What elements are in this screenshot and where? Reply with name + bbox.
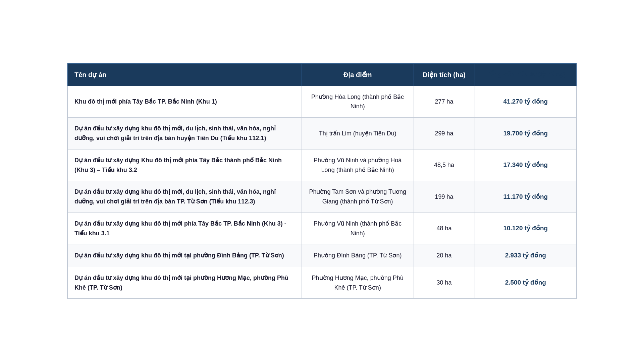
table-row: Dự án đầu tư xây dựng khu đô thị mới tại… — [68, 244, 577, 267]
cell-area: 299 ha — [414, 118, 475, 149]
cell-area: 48 ha — [414, 213, 475, 244]
table-body: Khu đô thị mới phía Tây Bắc TP. Bắc Ninh… — [68, 86, 577, 299]
cell-location: Phường Vũ Ninh (thành phố Bắc Ninh) — [302, 213, 414, 244]
table-row: Dự án đầu tư xây dựng khu đô thị mới phí… — [68, 213, 577, 244]
cell-investment: 41.270 tỷ đồng — [475, 86, 576, 118]
header-location: Địa điểm — [302, 63, 414, 86]
main-table-container: Tên dự án Địa điểm Diện tích (ha) Tổng v… — [67, 63, 577, 299]
table-row: Dự án đầu tư xây dựng Khu đô thị mới phí… — [68, 149, 577, 181]
cell-investment: 2.500 tỷ đồng — [475, 267, 576, 299]
table-row: Khu đô thị mới phía Tây Bắc TP. Bắc Ninh… — [68, 86, 577, 118]
cell-investment: 2.933 tỷ đồng — [475, 244, 576, 267]
cell-area: 277 ha — [414, 86, 475, 118]
cell-location: Phường Tam Sơn và phường Tương Giang (th… — [302, 181, 414, 213]
table-row: Dự án đầu tư xây dựng khu đô thị mới, du… — [68, 118, 577, 149]
cell-location: Phường Đình Bảng (TP. Từ Sơn) — [302, 244, 414, 267]
cell-investment: 11.170 tỷ đồng — [475, 181, 576, 213]
table-row: Dự án đầu tư xây dựng khu đô thị mới tại… — [68, 267, 577, 299]
cell-project-name: Dự án đầu tư xây dựng khu đô thị mới, du… — [68, 181, 302, 213]
cell-investment: 17.340 tỷ đồng — [475, 149, 576, 181]
cell-location: Phường Hòa Long (thành phố Bắc Ninh) — [302, 86, 414, 118]
investment-table: Tên dự án Địa điểm Diện tích (ha) Tổng v… — [67, 63, 577, 299]
cell-area: 48,5 ha — [414, 149, 475, 181]
cell-project-name: Dự án đầu tư xây dựng khu đô thị mới, du… — [68, 118, 302, 149]
cell-area: 20 ha — [414, 244, 475, 267]
cell-area: 199 ha — [414, 181, 475, 213]
cell-project-name: Dự án đầu tư xây dựng khu đô thị mới phí… — [68, 213, 302, 244]
cell-project-name: Dự án đầu tư xây dựng khu đô thị mới tại… — [68, 267, 302, 299]
cell-location: Thị trấn Lim (huyện Tiên Du) — [302, 118, 414, 149]
cell-project-name: Dự án đầu tư xây dựng khu đô thị mới tại… — [68, 244, 302, 267]
cell-project-name: Khu đô thị mới phía Tây Bắc TP. Bắc Ninh… — [68, 86, 302, 118]
cell-location: Phường Hương Mạc, phường Phù Khê (TP. Từ… — [302, 267, 414, 299]
header-investment: Tổng vốn đầu tư (tỷ đồng) — [475, 63, 576, 86]
cell-investment: 19.700 tỷ đồng — [475, 118, 576, 149]
header-area: Diện tích (ha) — [414, 63, 475, 86]
cell-location: Phường Vũ Ninh và phường Hoà Long (thành… — [302, 149, 414, 181]
cell-area: 30 ha — [414, 267, 475, 299]
cell-project-name: Dự án đầu tư xây dựng Khu đô thị mới phí… — [68, 149, 302, 181]
table-row: Dự án đầu tư xây dựng khu đô thị mới, du… — [68, 181, 577, 213]
table-header-row: Tên dự án Địa điểm Diện tích (ha) Tổng v… — [68, 63, 577, 86]
cell-investment: 10.120 tỷ đồng — [475, 213, 576, 244]
header-name: Tên dự án — [68, 63, 302, 86]
